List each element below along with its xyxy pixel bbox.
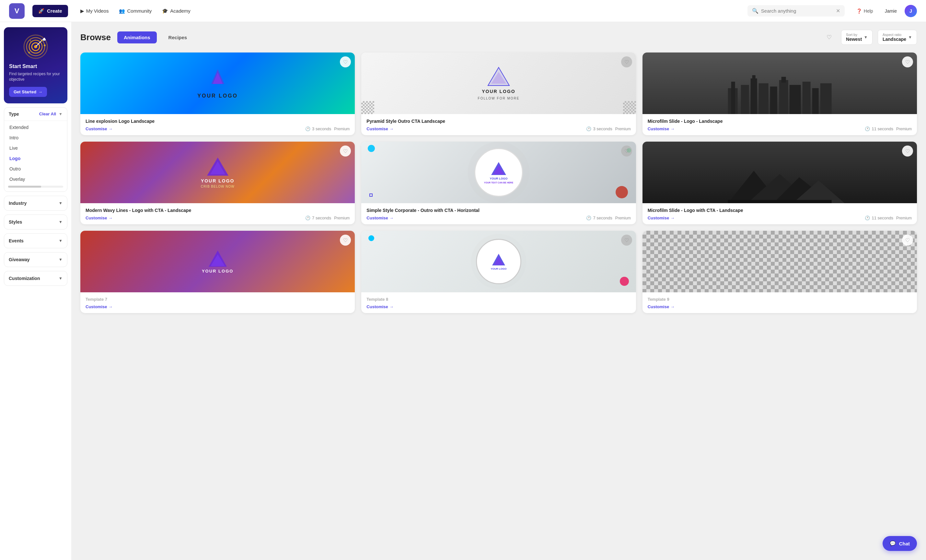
duration-t4: 🕐 7 seconds Premium <box>305 215 350 220</box>
start-smart-card: Start Smart Find targeted recipes for yo… <box>4 27 67 103</box>
filter-item-extended[interactable]: Extended <box>4 122 67 133</box>
customise-t6[interactable]: Customise → <box>648 215 675 220</box>
customization-filter-header[interactable]: Customization ▼ <box>4 271 67 286</box>
nav-academy[interactable]: 🎓 Academy <box>157 6 195 17</box>
customise-t2[interactable]: Customise → <box>366 126 393 131</box>
giveaway-filter-header[interactable]: Giveaway ▼ <box>4 253 67 267</box>
filter-item-overlay[interactable]: Overlay <box>4 174 67 185</box>
template-meta-t9: Customise → <box>648 304 912 309</box>
type-filter-list: Extended Intro Live Logo Outro Overlay <box>4 121 67 192</box>
arrow-icon: → <box>108 304 112 309</box>
nav-community[interactable]: 👥 Community <box>114 6 156 17</box>
heart-t5[interactable]: ♡ <box>621 145 632 156</box>
heart-icon: ♡ <box>826 34 832 41</box>
customise-t9[interactable]: Customise → <box>648 304 675 309</box>
svg-rect-20 <box>750 79 757 114</box>
target-illustration <box>9 34 62 60</box>
avatar[interactable]: J <box>905 5 917 17</box>
templates-grid: YOUR LOGO ♡ Line explosion Logo Landscap… <box>80 53 917 313</box>
sort-chevron-icon: ▼ <box>864 35 868 39</box>
svg-rect-22 <box>758 83 768 114</box>
template-card-t7: YOUR LOGO ♡ Template 7 Customise → <box>80 231 355 313</box>
tab-animations[interactable]: Animations <box>117 32 157 44</box>
template-card-t8: YOUR LOGO ♡ Template 8 Customise → <box>361 231 636 313</box>
template-name-t6: Microfilm Slide - Logo with CTA - Landsc… <box>648 208 912 213</box>
arrow-icon: → <box>670 126 675 131</box>
styles-filter-header[interactable]: Styles ▼ <box>4 215 67 229</box>
template-meta-t2: Customise → 🕐 3 seconds Premium <box>366 126 631 131</box>
customization-filter: Customization ▼ <box>4 271 67 286</box>
user-name: Jamie <box>885 8 897 14</box>
svg-rect-27 <box>802 82 810 114</box>
template-info-t7: Template 7 Customise → <box>80 292 355 313</box>
arrow-icon: → <box>670 304 675 309</box>
clock-icon: 🕐 <box>865 215 870 220</box>
customise-t4[interactable]: Customise → <box>86 215 112 220</box>
app-logo[interactable]: V <box>9 3 25 19</box>
styles-filter: Styles ▼ <box>4 215 67 229</box>
template-thumb-t1: YOUR LOGO ♡ <box>80 53 355 114</box>
customise-t1[interactable]: Customise → <box>86 126 112 131</box>
filter-item-intro[interactable]: Intro <box>4 133 67 143</box>
customise-t5[interactable]: Customise → <box>366 215 393 220</box>
template-card-t2: YOUR LOGO FOLLOW FOR MORE ♡ Pyramid Styl… <box>361 53 636 135</box>
clear-search-icon[interactable]: ✕ <box>836 8 840 14</box>
customise-t7[interactable]: Customise → <box>86 304 112 309</box>
template-name-t8: Template 8 <box>366 297 631 302</box>
svg-rect-18 <box>731 82 735 114</box>
browse-header: Browse Animations Recipes ♡ Sort by Newe… <box>80 30 917 45</box>
template-card-t6: ♡ Microfilm Slide - Logo with CTA - Land… <box>643 142 917 224</box>
get-started-button[interactable]: Get Started → <box>9 87 47 97</box>
type-filter-header[interactable]: Type Clear All ▼ <box>4 107 67 121</box>
template-meta-t6: Customise → 🕐 11 seconds Premium <box>648 215 912 220</box>
template-card-t3: ♡ Microfilm Slide - Logo - Landscape Cus… <box>643 53 917 135</box>
arrow-icon: → <box>389 304 394 309</box>
industry-filter-header[interactable]: Industry ▼ <box>4 196 67 210</box>
template-info-t6: Microfilm Slide - Logo with CTA - Landsc… <box>643 203 917 224</box>
sort-control[interactable]: Sort by Newest ▼ <box>841 30 873 45</box>
filter-item-logo[interactable]: Logo <box>4 153 67 163</box>
heart-t8[interactable]: ♡ <box>621 235 632 246</box>
template-info-t2: Pyramid Style Outro CTA Landscape Custom… <box>361 114 636 135</box>
search-bar[interactable]: 🔍 ✕ <box>747 5 845 17</box>
industry-chevron-icon: ▼ <box>59 201 62 206</box>
svg-point-11 <box>30 40 31 41</box>
svg-rect-23 <box>770 86 777 114</box>
aspect-control[interactable]: Aspect ratio Landscape ▼ <box>878 30 917 45</box>
template-thumb-t3: ♡ <box>643 53 917 114</box>
favorites-button[interactable]: ♡ <box>822 30 836 44</box>
events-chevron-icon: ▼ <box>59 239 62 243</box>
arrow-icon: → <box>389 215 394 220</box>
chat-icon: 💬 <box>890 540 896 546</box>
content-area: Browse Animations Recipes ♡ Sort by Newe… <box>71 22 926 560</box>
customise-t8[interactable]: Customise → <box>366 304 393 309</box>
duration-t1: 🕐 3 seconds Premium <box>305 126 350 131</box>
template-meta-t1: Customise → 🕐 3 seconds Premium <box>86 126 350 131</box>
customise-t3[interactable]: Customise → <box>648 126 675 131</box>
arrow-icon: → <box>108 215 112 220</box>
svg-rect-24 <box>779 80 788 114</box>
template-name-t5: Simple Style Corporate - Outro with CTA … <box>366 208 631 213</box>
filter-item-live[interactable]: Live <box>4 143 67 153</box>
filter-item-outro[interactable]: Outro <box>4 163 67 174</box>
search-icon: 🔍 <box>752 8 758 14</box>
help-link[interactable]: ❓ Help <box>852 6 877 16</box>
create-button[interactable]: 🚀 Create <box>32 5 68 17</box>
industry-filter: Industry ▼ <box>4 196 67 210</box>
template-name-t1: Line explosion Logo Landscape <box>86 119 350 124</box>
template-thumb-t9: ♡ <box>643 231 917 292</box>
filter-scrollbar-thumb[interactable] <box>8 186 41 188</box>
events-filter-header[interactable]: Events ▼ <box>4 234 67 248</box>
svg-rect-25 <box>781 77 786 83</box>
template-name-t2: Pyramid Style Outro CTA Landscape <box>366 119 631 124</box>
heart-t2[interactable]: ♡ <box>621 56 632 67</box>
chat-button[interactable]: 💬 Chat <box>882 536 917 551</box>
heart-t6[interactable]: ♡ <box>902 145 913 156</box>
duration-t2: 🕐 3 seconds Premium <box>586 126 631 131</box>
search-input[interactable] <box>761 8 833 14</box>
heart-t3[interactable]: ♡ <box>902 56 913 67</box>
tab-recipes[interactable]: Recipes <box>162 32 194 44</box>
clear-all-button[interactable]: Clear All <box>39 112 56 117</box>
heart-t9[interactable]: ♡ <box>902 235 913 246</box>
nav-my-videos[interactable]: ▶ My Videos <box>76 6 113 17</box>
